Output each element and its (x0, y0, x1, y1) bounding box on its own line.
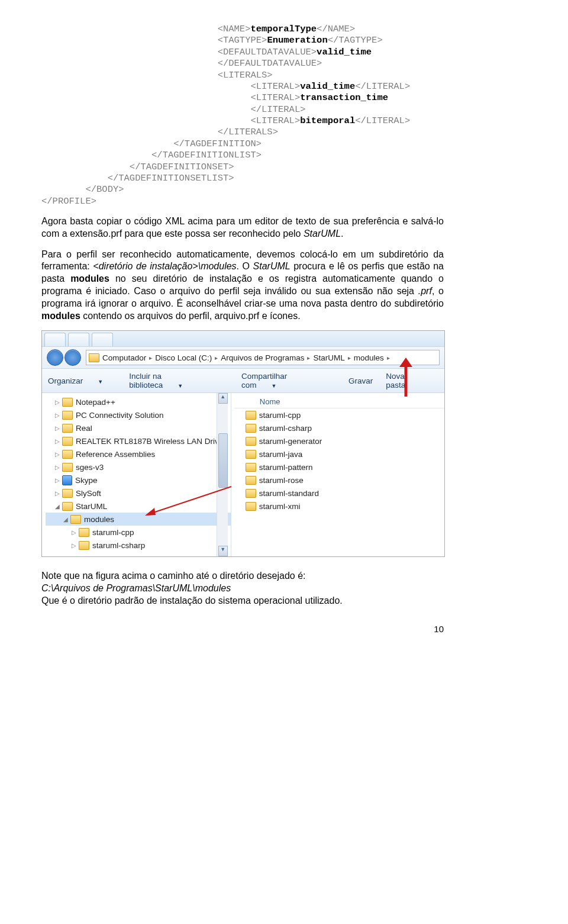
content-pane[interactable]: Nome staruml-cpp staruml-csharp staruml-… (231, 393, 444, 556)
svg-line-2 (150, 487, 231, 514)
window-tabs (42, 331, 444, 347)
expand-icon[interactable]: ◢ (54, 503, 61, 510)
window-tab[interactable] (92, 333, 113, 346)
window-tab[interactable] (68, 333, 89, 346)
tree-item[interactable]: ▷ staruml-cpp (46, 526, 231, 539)
window-tab[interactable] (44, 333, 66, 346)
xml-code-block: <NAME>temporalType</NAME> <TAGTYPE>Enume… (41, 24, 444, 207)
list-item[interactable]: staruml-standard (234, 487, 444, 500)
folder-icon (246, 437, 256, 446)
command-bar: Organizar▼ Incluir na biblioteca▼ Compar… (42, 369, 444, 393)
folder-icon (246, 463, 256, 472)
list-item[interactable]: staruml-cpp (234, 408, 444, 421)
expand-icon[interactable]: ▷ (54, 490, 61, 497)
list-item[interactable]: staruml-rose (234, 474, 444, 487)
page-number: 10 (41, 624, 444, 634)
expand-icon[interactable]: ▷ (54, 425, 61, 432)
nav-tree[interactable]: ▷ Notepad++ ▷ PC Connectivity Solution ▷… (42, 393, 231, 556)
folder-icon (246, 476, 256, 485)
list-item[interactable]: staruml-java (234, 447, 444, 461)
cmd-burn[interactable]: Gravar (348, 376, 373, 385)
list-item[interactable]: staruml-generator (234, 434, 444, 447)
folder-icon (246, 411, 256, 420)
tree-item[interactable]: ▷ sges-v3 (46, 461, 231, 474)
paragraph-3: Note que na figura acima o caminho até o… (41, 570, 444, 607)
folder-icon (246, 424, 256, 433)
folder-icon (246, 489, 256, 498)
expand-icon[interactable]: ▷ (54, 477, 61, 484)
expand-icon[interactable]: ▷ (54, 412, 61, 418)
red-arrow-annotation (391, 356, 421, 399)
tree-item[interactable]: ▷ Notepad++ (46, 395, 231, 408)
tree-item[interactable]: ▷ PC Connectivity Solution (46, 408, 231, 421)
breadcrumb-segment[interactable]: Computador (102, 353, 146, 362)
svg-marker-1 (399, 358, 412, 367)
expand-icon[interactable]: ▷ (54, 399, 61, 405)
paragraph-1: Agora basta copiar o código XML acima pa… (41, 215, 444, 240)
cmd-include-library[interactable]: Incluir na biblioteca▼ (129, 372, 228, 389)
expand-icon[interactable]: ◢ (62, 516, 69, 523)
address-bar-row: Computador▸Disco Local (C:)▸Arquivos de … (42, 347, 444, 369)
tree-item[interactable]: ▷ Real (46, 421, 231, 434)
explorer-window: Computador▸Disco Local (C:)▸Arquivos de … (41, 330, 445, 557)
back-button[interactable] (47, 349, 63, 366)
list-item[interactable]: staruml-csharp (234, 421, 444, 434)
breadcrumb-segment[interactable]: modules (354, 353, 384, 362)
breadcrumb-segment[interactable]: StarUML (313, 353, 344, 362)
expand-icon[interactable]: ▷ (70, 529, 78, 536)
expand-icon[interactable]: ▷ (54, 464, 61, 471)
folder-icon (246, 502, 256, 511)
expand-icon[interactable]: ▷ (54, 438, 61, 445)
breadcrumb-segment[interactable]: Arquivos de Programas (221, 353, 304, 362)
svg-marker-3 (145, 508, 156, 516)
expand-icon[interactable]: ▷ (54, 451, 61, 458)
tree-item[interactable]: ▷ staruml-csharp (46, 539, 231, 552)
tree-item[interactable]: ▷ Reference Assemblies (46, 447, 231, 461)
column-name-header[interactable]: Nome (255, 395, 285, 408)
cmd-organize[interactable]: Organizar▼ (48, 376, 116, 385)
breadcrumb-segment[interactable]: Disco Local (C:) (155, 353, 212, 362)
list-item[interactable]: staruml-pattern (234, 461, 444, 474)
paragraph-2: Para o perfil ser reconhecido automatica… (41, 249, 444, 323)
breadcrumb[interactable]: Computador▸Disco Local (C:)▸Arquivos de … (86, 350, 440, 365)
tree-item[interactable]: ▷ REALTEK RTL8187B Wireless LAN Driver (46, 434, 231, 447)
cmd-share[interactable]: Compartilhar com▼ (241, 372, 335, 389)
red-arrow-annotation-2 (143, 482, 237, 517)
nav-scrollbar[interactable]: ▲ ▼ (217, 393, 228, 556)
scrollbar-thumb[interactable] (218, 433, 228, 488)
list-item[interactable]: staruml-xmi (234, 500, 444, 513)
forward-button[interactable] (64, 349, 81, 366)
expand-icon[interactable]: ▷ (70, 542, 78, 549)
folder-icon (246, 450, 256, 459)
